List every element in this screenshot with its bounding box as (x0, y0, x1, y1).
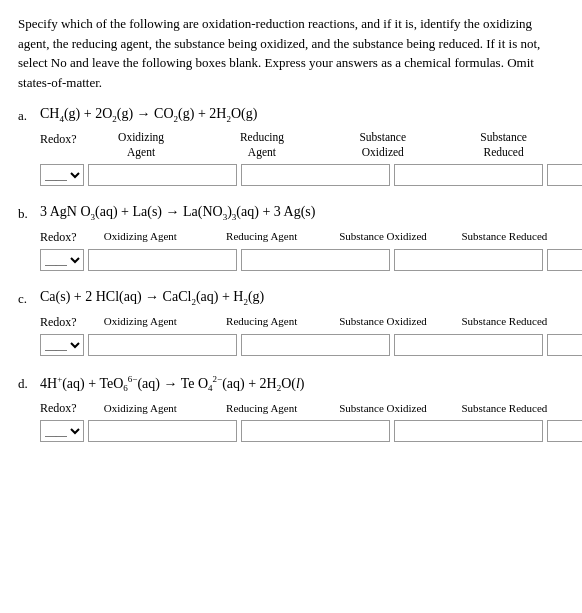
answer-input-0-1[interactable] (241, 164, 390, 186)
answer-input-3-1[interactable] (241, 420, 390, 442)
answer-input-2-3[interactable] (547, 334, 582, 356)
inline-label-2-3: Substance Reduced (445, 315, 564, 327)
answer-input-3-2[interactable] (394, 420, 543, 442)
inline-label-1-0: Oxidizing Agent (81, 230, 200, 242)
answer-input-0-2[interactable] (394, 164, 543, 186)
inline-labels-3: Oxidizing AgentReducing AgentSubstance O… (81, 402, 564, 414)
four-inputs-0 (88, 164, 582, 186)
four-inputs-2 (88, 334, 582, 356)
labels-row-1: Redox?Oxidizing AgentReducing AgentSubst… (40, 228, 564, 245)
four-inputs-1 (88, 249, 582, 271)
answer-input-1-1[interactable] (241, 249, 390, 271)
inline-label-1-3: Substance Reduced (445, 230, 564, 242)
equation-row-3: d.4H+(aq) + TeO66−(aq) → Te O42−(aq) + 2… (18, 374, 564, 393)
answer-input-1-3[interactable] (547, 249, 582, 271)
problem-block-c: c.Ca(s) + 2 HCl(aq) → CaCl2(aq) + H2(g)R… (18, 289, 564, 356)
col-header-0-1: ReducingAgent (202, 130, 323, 160)
problem-block-a: a.CH4(g) + 2O2(g) → CO2(g) + 2H2O(g)Redo… (18, 106, 564, 186)
inline-label-2-2: Substance Oxidized (323, 315, 442, 327)
equation-row-1: b.3 AgN O3(aq) + La(s) → La(NO3)3(aq) + … (18, 204, 564, 222)
redox-select-3[interactable]: ____YesNo (40, 420, 84, 442)
redox-label-1: Redox? (40, 228, 77, 245)
inline-label-2-1: Reducing Agent (202, 315, 321, 327)
inputs-row-1: ____YesNo (40, 249, 564, 271)
labels-row-3: Redox?Oxidizing AgentReducing AgentSubst… (40, 399, 564, 416)
equation-2: Ca(s) + 2 HCl(aq) → CaCl2(aq) + H2(g) (40, 289, 564, 307)
inline-labels-2: Oxidizing AgentReducing AgentSubstance O… (81, 315, 564, 327)
answer-input-1-0[interactable] (88, 249, 237, 271)
answer-input-2-0[interactable] (88, 334, 237, 356)
inline-labels-1: Oxidizing AgentReducing AgentSubstance O… (81, 230, 564, 242)
answer-input-3-3[interactable] (547, 420, 582, 442)
problem-letter-1: b. (18, 204, 40, 222)
col-headers-0: OxidizingAgentReducingAgentSubstanceOxid… (81, 130, 564, 160)
col-header-0-3: SubstanceReduced (443, 130, 564, 160)
answer-input-1-2[interactable] (394, 249, 543, 271)
answer-input-2-2[interactable] (394, 334, 543, 356)
equation-1: 3 AgN O3(aq) + La(s) → La(NO3)3(aq) + 3 … (40, 204, 564, 222)
col-header-0-0: OxidizingAgent (81, 130, 202, 160)
inline-label-3-0: Oxidizing Agent (81, 402, 200, 414)
redox-select-0[interactable]: ____YesNo (40, 164, 84, 186)
inputs-row-3: ____YesNo (40, 420, 564, 442)
answer-input-3-0[interactable] (88, 420, 237, 442)
inputs-row-2: ____YesNo (40, 334, 564, 356)
problem-letter-3: d. (18, 374, 40, 392)
redox-label-0: Redox? (40, 130, 77, 147)
inputs-row-0: ____YesNo (40, 164, 564, 186)
inline-label-1-1: Reducing Agent (202, 230, 321, 242)
problem-block-b: b.3 AgN O3(aq) + La(s) → La(NO3)3(aq) + … (18, 204, 564, 271)
four-inputs-3 (88, 420, 582, 442)
redox-label-3: Redox? (40, 399, 77, 416)
equation-row-2: c.Ca(s) + 2 HCl(aq) → CaCl2(aq) + H2(g) (18, 289, 564, 307)
inline-label-3-1: Reducing Agent (202, 402, 321, 414)
inline-label-2-0: Oxidizing Agent (81, 315, 200, 327)
answer-input-0-3[interactable] (547, 164, 582, 186)
equation-3: 4H+(aq) + TeO66−(aq) → Te O42−(aq) + 2H2… (40, 374, 564, 393)
labels-row-0: Redox?OxidizingAgentReducingAgentSubstan… (40, 130, 564, 160)
inline-label-3-2: Substance Oxidized (323, 402, 442, 414)
redox-select-1[interactable]: ____YesNo (40, 249, 84, 271)
answer-input-0-0[interactable] (88, 164, 237, 186)
redox-label-2: Redox? (40, 313, 77, 330)
inline-label-1-2: Substance Oxidized (323, 230, 442, 242)
problem-block-d: d.4H+(aq) + TeO66−(aq) → Te O42−(aq) + 2… (18, 374, 564, 442)
inline-label-3-3: Substance Reduced (445, 402, 564, 414)
labels-row-2: Redox?Oxidizing AgentReducing AgentSubst… (40, 313, 564, 330)
redox-select-2[interactable]: ____YesNo (40, 334, 84, 356)
col-header-0-2: SubstanceOxidized (322, 130, 443, 160)
equation-row-0: a.CH4(g) + 2O2(g) → CO2(g) + 2H2O(g) (18, 106, 564, 124)
intro-text: Specify which of the following are oxida… (18, 14, 564, 92)
problem-letter-0: a. (18, 106, 40, 124)
problem-letter-2: c. (18, 289, 40, 307)
answer-input-2-1[interactable] (241, 334, 390, 356)
equation-0: CH4(g) + 2O2(g) → CO2(g) + 2H2O(g) (40, 106, 564, 124)
